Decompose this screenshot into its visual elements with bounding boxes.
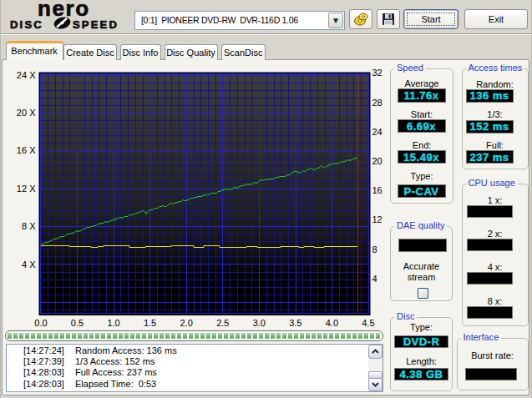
svg-text:24 X: 24 X: [17, 70, 36, 80]
svg-text:28: 28: [372, 98, 383, 108]
svg-text:24: 24: [372, 127, 383, 137]
svg-text:32: 32: [372, 68, 383, 78]
svg-text:8 X: 8 X: [22, 221, 36, 231]
svg-text:2.0: 2.0: [180, 318, 193, 328]
svg-text:1.5: 1.5: [144, 318, 156, 328]
svg-text:4: 4: [372, 274, 377, 284]
svg-text:0.5: 0.5: [71, 318, 84, 328]
svg-text:1.0: 1.0: [107, 318, 119, 328]
svg-text:4.0: 4.0: [326, 318, 338, 328]
svg-text:2.5: 2.5: [216, 318, 229, 328]
svg-text:16 X: 16 X: [17, 145, 36, 155]
svg-text:0.0: 0.0: [34, 318, 47, 328]
svg-text:3.5: 3.5: [289, 318, 301, 328]
svg-text:16: 16: [372, 185, 383, 195]
svg-text:20: 20: [372, 156, 383, 166]
svg-text:3.0: 3.0: [253, 318, 266, 328]
svg-text:4.5: 4.5: [362, 318, 374, 328]
svg-text:4 X: 4 X: [22, 259, 36, 270]
svg-text:20 X: 20 X: [17, 108, 36, 118]
svg-text:12: 12: [372, 214, 383, 224]
svg-text:12 X: 12 X: [17, 184, 36, 194]
svg-text:8: 8: [372, 244, 377, 254]
